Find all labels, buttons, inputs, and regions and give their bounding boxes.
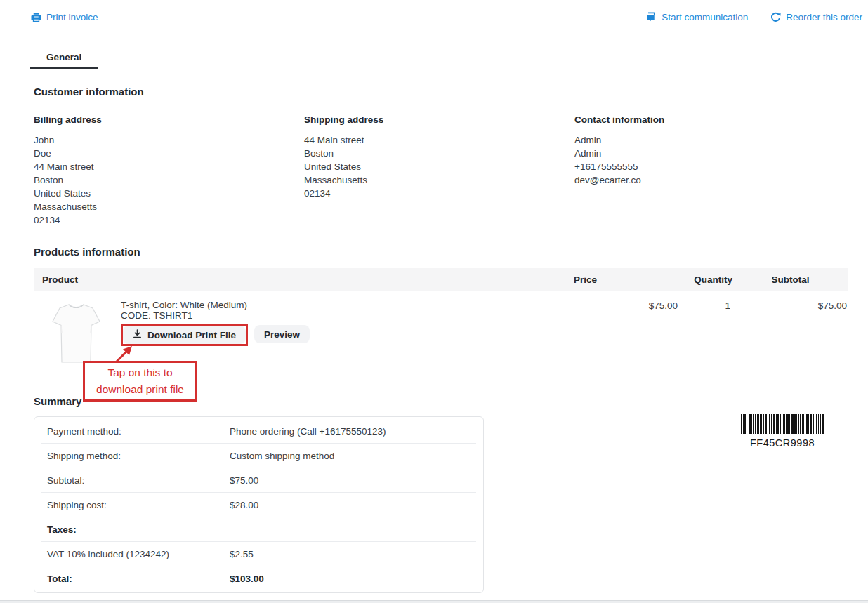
- summary-label: Shipping method:: [47, 451, 230, 461]
- shipping-address-block: Shipping address 44 Main street Boston U…: [304, 114, 574, 227]
- barcode: FF45CR9998: [741, 414, 824, 449]
- summary-value: $75.00: [230, 475, 258, 486]
- download-print-file-button[interactable]: Download Print File: [123, 326, 246, 344]
- reorder-label: Reorder this order: [786, 12, 862, 22]
- shipping-line: 44 Main street: [304, 133, 574, 147]
- billing-line: Massachusetts: [34, 200, 304, 213]
- shipping-line: Boston: [304, 147, 574, 160]
- summary-label: VAT 10% included (1234242): [47, 549, 230, 559]
- billing-line: 44 Main street: [34, 160, 304, 173]
- refresh-icon: [770, 12, 781, 22]
- billing-line: John: [34, 133, 304, 147]
- chat-icon: [646, 12, 657, 22]
- download-print-file-label: Download Print File: [147, 330, 236, 340]
- product-info: T-shirt, Color: White (Medium) CODE: TSH…: [121, 298, 310, 366]
- products-table-header: Product Price Quantity Subtotal: [34, 268, 848, 291]
- annotation-line1: Tap on this to: [85, 364, 195, 381]
- summary-row-taxes: Taxes:: [41, 517, 476, 542]
- customer-columns: Billing address John Doe 44 Main street …: [34, 114, 848, 227]
- tab-general[interactable]: General: [30, 52, 98, 69]
- shipping-line: United States: [304, 160, 574, 173]
- order-details-page: Print invoice Start communication Reorde…: [0, 0, 868, 603]
- product-quantity: 1: [678, 298, 732, 311]
- summary-value: Custom shipping method: [230, 451, 334, 461]
- contact-line: Admin: [574, 147, 848, 160]
- annotation-line2: download print file: [85, 381, 195, 398]
- summary-value: $28.00: [230, 500, 258, 510]
- billing-line: Doe: [34, 147, 304, 160]
- products-information-section: Products information Product Price Quant…: [34, 246, 848, 366]
- customer-information-section: Customer information Billing address Joh…: [34, 86, 848, 227]
- summary-value: Phone ordering (Call +16175550123): [230, 426, 386, 437]
- column-price: Price: [563, 274, 678, 285]
- barcode-bars: [741, 414, 824, 434]
- product-name: T-shirt, Color: White (Medium): [121, 300, 310, 310]
- summary-row-total: Total: $103.00: [41, 566, 476, 590]
- summary-value: $2.55: [230, 549, 254, 559]
- column-subtotal: Subtotal: [732, 274, 848, 285]
- printer-icon: [31, 13, 41, 22]
- contact-line: dev@ecarter.co: [574, 173, 848, 187]
- products-table: Product Price Quantity Subtotal: [34, 268, 848, 366]
- start-communication-label: Start communication: [662, 12, 748, 22]
- summary-row-shipping-cost: Shipping cost: $28.00: [41, 493, 476, 517]
- billing-line: Boston: [34, 173, 304, 187]
- preview-button[interactable]: Preview: [254, 325, 310, 343]
- reorder-link[interactable]: Reorder this order: [770, 12, 862, 22]
- product-image: [51, 298, 102, 366]
- barcode-value: FF45CR9998: [741, 437, 824, 449]
- customer-information-title: Customer information: [34, 86, 848, 98]
- products-information-title: Products information: [34, 246, 848, 258]
- summary-label: Shipping cost:: [47, 500, 230, 510]
- start-communication-link[interactable]: Start communication: [646, 12, 748, 22]
- summary-row-shipping-method: Shipping method: Custom shipping method: [41, 444, 476, 468]
- summary-row-subtotal: Subtotal: $75.00: [41, 468, 476, 493]
- product-buttons: Download Print File Preview: [121, 324, 310, 346]
- print-invoice-label: Print invoice: [46, 12, 98, 22]
- toolbar-right: Start communication Reorder this order: [646, 12, 862, 22]
- summary-label: Total:: [47, 574, 230, 584]
- shipping-line: 02134: [304, 187, 574, 200]
- billing-address-block: Billing address John Doe 44 Main street …: [34, 114, 304, 227]
- shipping-line: Massachusetts: [304, 173, 574, 187]
- contact-line: Admin: [574, 133, 848, 147]
- product-price: $75.00: [563, 298, 678, 311]
- summary-row-vat: VAT 10% included (1234242) $2.55: [41, 542, 476, 566]
- shipping-address-title: Shipping address: [304, 114, 574, 125]
- main-content: Customer information Billing address Joh…: [0, 86, 868, 593]
- billing-line: United States: [34, 187, 304, 200]
- tab-bar: General: [0, 51, 868, 69]
- product-row: T-shirt, Color: White (Medium) CODE: TSH…: [34, 291, 848, 366]
- annotation-callout: Tap on this to download print file: [83, 361, 197, 402]
- download-icon: [133, 329, 142, 340]
- column-quantity: Quantity: [678, 274, 732, 285]
- product-code: CODE: TSHIRT1: [121, 310, 310, 321]
- summary-section: Summary Payment method: Phone ordering (…: [34, 395, 848, 593]
- contact-information-block: Contact information Admin Admin +1617555…: [574, 114, 848, 227]
- column-product: Product: [34, 274, 563, 285]
- summary-label: Subtotal:: [47, 475, 230, 486]
- summary-value: $103.00: [230, 574, 264, 584]
- print-invoice-link[interactable]: Print invoice: [31, 12, 98, 22]
- preview-label: Preview: [264, 329, 300, 340]
- summary-label: Payment method:: [47, 426, 230, 437]
- billing-address-title: Billing address: [34, 114, 304, 125]
- contact-line: +16175555555: [574, 160, 848, 173]
- bottom-divider: [0, 600, 868, 603]
- toolbar: Print invoice Start communication Reorde…: [0, 0, 868, 22]
- summary-box: Payment method: Phone ordering (Call +16…: [34, 416, 484, 593]
- summary-label: Taxes:: [47, 524, 230, 535]
- product-subtotal: $75.00: [732, 298, 848, 311]
- contact-information-title: Contact information: [574, 114, 848, 125]
- billing-line: 02134: [34, 213, 304, 227]
- summary-row-payment: Payment method: Phone ordering (Call +16…: [41, 419, 476, 444]
